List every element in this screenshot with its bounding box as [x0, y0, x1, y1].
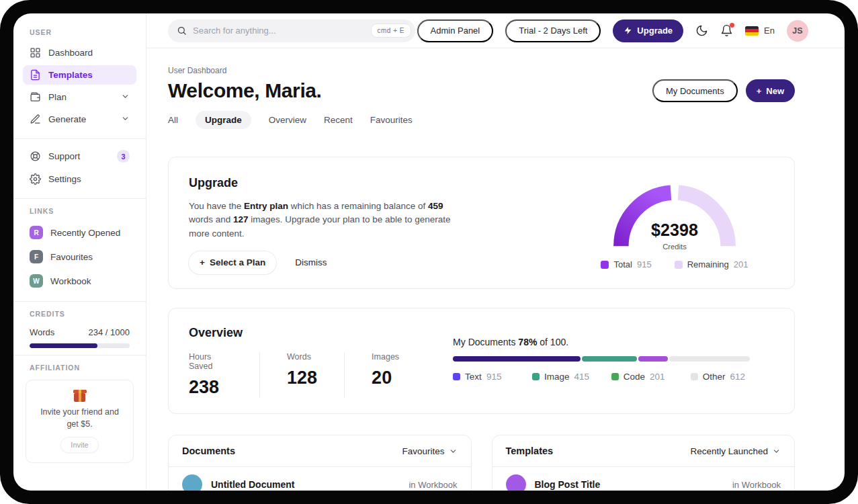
legend-total-swatch [601, 261, 609, 269]
notifications-button[interactable] [720, 24, 733, 37]
sidebar-item-support[interactable]: Support 3 [23, 146, 136, 167]
legend-remaining-swatch [675, 261, 683, 269]
documents-progress: My Documents 78% of 100. Text 915 [453, 337, 750, 396]
link-badge-f: F [30, 250, 43, 263]
search-input[interactable]: Search for anything... cmd + E [168, 19, 415, 42]
documents-panel-title: Documents [182, 446, 235, 456]
sidebar-item-templates[interactable]: Templates [23, 65, 136, 85]
sidebar-item-settings[interactable]: Settings [23, 169, 136, 189]
avatar[interactable]: JS [787, 20, 808, 42]
credits-label: Words [30, 327, 54, 337]
upgrade-button-label: Upgrade [637, 26, 673, 36]
documents-filter-dropdown[interactable]: Favourites [402, 446, 457, 456]
upgrade-card-actions: + Select a Plan Dismiss [189, 251, 458, 274]
documents-panel: Documents Favourites Untitled Document i… [168, 435, 472, 491]
sidebar-item-label: Settings [48, 174, 81, 184]
legend-remaining: Remaining 201 [675, 259, 748, 269]
sidebar-item-plan[interactable]: Plan [23, 87, 136, 107]
search-placeholder: Search for anything... [193, 26, 276, 36]
sidebar-item-dashboard[interactable]: Dashboard [23, 43, 136, 62]
admin-panel-button[interactable]: Admin Panel [417, 19, 494, 42]
new-button[interactable]: + New [746, 79, 795, 102]
progress-legend: Text 915 Image 415 Code 201 [453, 372, 750, 382]
sidebar-section-user: USER [23, 28, 136, 36]
moon-icon [695, 24, 708, 37]
chevron-down-icon [449, 447, 458, 456]
divider [13, 198, 146, 199]
app-window: USER Dashboard Templates Plan Generate S… [13, 13, 845, 491]
search-icon [177, 26, 187, 36]
dismiss-button[interactable]: Dismiss [295, 257, 327, 267]
gift-icon [74, 393, 85, 402]
overview-left: Overview Hours Saved 238 Words 128 Image… [189, 326, 453, 396]
bottom-panels: Documents Favourites Untitled Document i… [168, 435, 795, 491]
sidebar-item-label: Generate [48, 114, 86, 124]
documents-progress-caption: My Documents 78% of 100. [453, 337, 750, 347]
legend-text: Text 915 [453, 372, 532, 382]
upgrade-card: Upgrade You have the Entry plan which ha… [168, 157, 795, 289]
overview-title: Overview [189, 326, 453, 340]
pencil-icon [30, 114, 41, 125]
document-list-item[interactable]: Untitled Document in Workbook [169, 467, 471, 491]
tabs: All Upgrade Overview Recent Favourites [168, 110, 795, 129]
new-button-label: New [766, 86, 784, 96]
dark-mode-toggle[interactable] [695, 24, 708, 37]
document-title: Untitled Document [211, 479, 294, 490]
page-title: Welcome, Maria. [168, 79, 322, 102]
legend-other: Other 612 [691, 372, 750, 382]
plus-icon: + [757, 86, 762, 96]
template-title: Blog Post Title [535, 479, 601, 490]
affiliation-card: Invite your friend and get $5. Invite [26, 380, 134, 463]
my-documents-button[interactable]: My Documents [652, 79, 738, 102]
topbar-right: Admin Panel Trial - 2 Days Left Upgrade [417, 19, 808, 42]
credits-row: Words 234 / 1000 [23, 327, 136, 337]
language-selector[interactable]: En [745, 26, 775, 36]
legend-total: Total 915 [601, 259, 651, 269]
bar-segment-other [669, 356, 750, 362]
tab-all[interactable]: All [168, 115, 178, 125]
sidebar: USER Dashboard Templates Plan Generate S… [13, 13, 146, 491]
link-badge-w: W [30, 274, 43, 288]
gauge-label: Credits [662, 243, 687, 251]
stat-words: Words 128 [287, 352, 345, 398]
affiliation-text: Invite your friend and get $5. [38, 407, 122, 430]
upgrade-button[interactable]: Upgrade [613, 19, 683, 42]
select-plan-button[interactable]: + Select a Plan [189, 251, 276, 274]
content: User Dashboard Welcome, Maria. My Docume… [146, 48, 845, 491]
invite-button[interactable]: Invite [60, 437, 98, 453]
template-location: in Workbook [732, 480, 781, 490]
sidebar-link-favourites[interactable]: F Favourites [23, 246, 136, 267]
sidebar-link-recently-opened[interactable]: R Recently Opened [23, 222, 136, 243]
gauge-chart: $2398 Credits [601, 177, 748, 255]
bar-segment-code [638, 356, 668, 362]
templates-filter-dropdown[interactable]: Recently Launched [690, 446, 781, 456]
template-list-item[interactable]: Blog Post Title in Workbook [492, 467, 795, 491]
plus-icon: + [200, 257, 205, 267]
gear-icon [30, 173, 41, 185]
credits-progress-track [30, 343, 130, 348]
grid-icon [30, 47, 41, 58]
trial-button[interactable]: Trial - 2 Days Left [505, 19, 601, 42]
sidebar-item-generate[interactable]: Generate [23, 110, 136, 129]
divider [13, 355, 146, 355]
sidebar-link-workbook[interactable]: W Workbook [23, 270, 136, 292]
templates-panel-header: Templates Recently Launched [492, 435, 795, 467]
bar-segment-text [453, 356, 581, 362]
title-row: Welcome, Maria. My Documents + New [168, 79, 795, 102]
tab-overview[interactable]: Overview [269, 115, 306, 125]
chevron-down-icon [772, 447, 781, 456]
wallet-icon [30, 91, 41, 103]
document-avatar [182, 474, 202, 491]
stat-hours-saved: Hours Saved 238 [189, 352, 260, 398]
templates-panel-title: Templates [506, 446, 554, 456]
templates-panel: Templates Recently Launched Blog Post Ti… [492, 435, 796, 491]
german-flag-icon [745, 26, 759, 36]
divider [13, 301, 146, 302]
overview-card: Overview Hours Saved 238 Words 128 Image… [168, 308, 795, 414]
tab-recent[interactable]: Recent [324, 115, 353, 125]
tab-upgrade[interactable]: Upgrade [196, 111, 251, 129]
sidebar-item-label: Templates [48, 70, 93, 80]
gauge-value: $2398 [651, 220, 698, 239]
tab-favourites[interactable]: Favourites [370, 115, 413, 125]
sidebar-link-label: Favourites [50, 252, 93, 262]
